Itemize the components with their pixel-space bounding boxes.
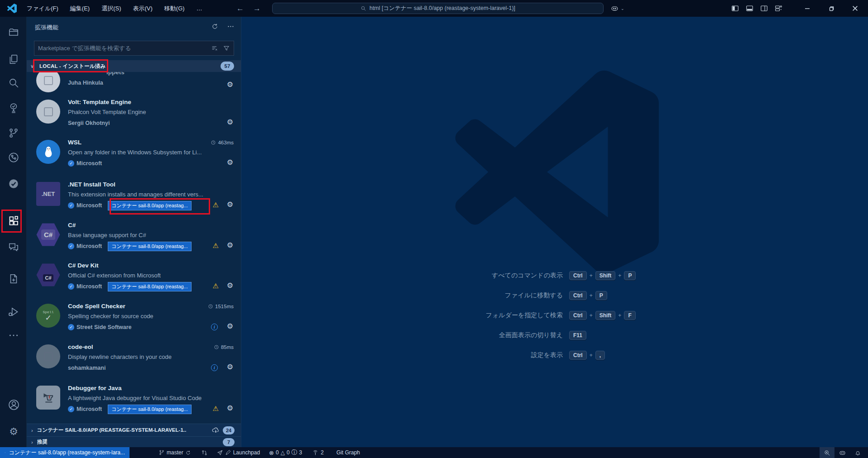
settings-gear-icon[interactable]: ⚙ <box>7 425 20 439</box>
launchpad-status[interactable]: Launchpad <box>217 449 260 456</box>
welcome-shortcuts: すべてのコマンドの表示Ctrl+Shift+Pファイルに移動するCtrl+Pフォ… <box>395 266 739 365</box>
toggle-secondary-sidebar-icon[interactable] <box>760 4 768 13</box>
history-clock-icon <box>208 304 213 309</box>
extension-item[interactable]: C#C# Dev KitOfficial C# extension from M… <box>27 259 241 300</box>
sync-icon[interactable] <box>185 450 191 456</box>
git-branch-status[interactable]: master <box>158 449 191 456</box>
section-header-local-installed[interactable]: ∨ LOCAL - インストール済み 57 <box>27 60 241 72</box>
ports-status[interactable]: 2 <box>312 449 324 456</box>
compare-changes-status[interactable] <box>201 449 208 456</box>
menu-item-5[interactable]: … <box>191 0 208 17</box>
extension-avatar: C# <box>36 263 60 287</box>
toggle-sidebar-icon[interactable] <box>731 4 739 13</box>
extensions-icon[interactable] <box>7 214 20 228</box>
info-icon[interactable]: i <box>211 364 218 371</box>
close-button[interactable] <box>843 0 867 17</box>
activation-time: 85ms <box>214 344 234 350</box>
info-icon[interactable]: i <box>211 324 218 330</box>
account-icon[interactable] <box>7 398 20 411</box>
container-badge[interactable]: コンテナー sail-8.0/app (reastag... <box>108 201 192 210</box>
zoom-in-status[interactable] <box>820 447 834 458</box>
remote-indicator[interactable]: コンテナー sail-8.0/app (reastage-system-lara… <box>0 447 129 458</box>
extension-name: Code Spell Checker <box>68 303 125 310</box>
warning-icon[interactable]: ⚠ <box>213 242 219 249</box>
manage-gear-icon[interactable]: ⚙ <box>227 159 233 166</box>
extension-item[interactable]: code-eol85msDisplay newline characters i… <box>27 341 241 381</box>
extension-item[interactable]: WSL463msOpen any folder in the Windows S… <box>27 136 241 177</box>
checks-icon[interactable] <box>7 177 20 191</box>
extension-description: Base language support for C# <box>68 232 146 239</box>
cloud-download-icon <box>211 426 220 436</box>
chevron-down-icon[interactable]: ⌄ <box>621 6 624 11</box>
new-file-icon[interactable] <box>7 272 20 286</box>
menu-item-1[interactable]: 編集(E) <box>64 0 96 17</box>
notifications-bell[interactable] <box>850 447 865 458</box>
extension-publisher: Street Side Software <box>77 324 132 330</box>
manage-gear-icon[interactable]: ⚙ <box>227 323 233 330</box>
send-icon <box>217 449 223 456</box>
extension-item[interactable]: Debugger for JavaA lightweight Java debu… <box>27 382 241 422</box>
nav-forward-icon[interactable]: → <box>253 4 261 13</box>
menu-item-2[interactable]: 選択(S) <box>96 0 127 17</box>
extension-description: This extension installs and manages diff… <box>68 191 203 198</box>
extension-publisher: Microsoft <box>77 406 102 412</box>
warning-icon[interactable]: ⚠ <box>213 405 219 412</box>
extension-avatar: Spell✓ <box>36 304 60 328</box>
warning-icon[interactable]: ⚠ <box>213 282 219 289</box>
activity-bar: ⚙ <box>0 17 27 447</box>
copilot-icon <box>839 449 846 457</box>
command-center-search[interactable]: html [コンテナー sail-8.0/app (reastage-syste… <box>272 3 604 14</box>
testing-tree-icon[interactable] <box>7 101 20 115</box>
container-badge[interactable]: コンテナー sail-8.0/app (reastag... <box>108 282 192 291</box>
minimize-button[interactable] <box>795 0 819 17</box>
toggle-panel-icon[interactable] <box>745 4 754 13</box>
git-compare-icon <box>201 449 208 456</box>
manage-gear-icon[interactable]: ⚙ <box>227 363 233 371</box>
extension-item[interactable]: C#C#Base language support for C#✓Microso… <box>27 219 241 259</box>
command-center-text: html [コンテナー sail-8.0/app (reastage-syste… <box>369 5 515 12</box>
vscode-logo <box>7 4 17 13</box>
container-badge[interactable]: コンテナー sail-8.0/app (reastag... <box>108 242 192 251</box>
extension-description: Display newline characters in your code <box>68 353 172 360</box>
verified-publisher-icon: ✓ <box>68 243 74 249</box>
problems-status[interactable]: ⊗ 0 △ 0 ⓘ 3 <box>269 448 302 457</box>
key-cap: Ctrl <box>569 351 587 360</box>
nav-back-icon[interactable]: ← <box>236 4 244 13</box>
menu-item-4[interactable]: 移動(G) <box>158 0 191 17</box>
manage-gear-icon[interactable]: ⚙ <box>227 405 233 412</box>
container-badge[interactable]: コンテナー sail-8.0/app (reastag... <box>108 405 192 414</box>
search-icon[interactable] <box>7 76 20 90</box>
extension-item[interactable]: Spell✓Code Spell Checker1515msSpelling c… <box>27 300 241 340</box>
section-header-container[interactable]: › コンテナー SAIL-8.0/APP (REASTAGE-SYSTEM-LA… <box>27 424 241 436</box>
editor-welcome-area: すべてのコマンドの表示Ctrl+Shift+Pファイルに移動するCtrl+Pフォ… <box>241 17 868 447</box>
manage-gear-icon[interactable]: ⚙ <box>227 282 233 289</box>
open-editors-icon[interactable] <box>7 52 20 66</box>
extension-item[interactable]: Volt: Template EnginePhalcon Volt Templa… <box>27 96 241 136</box>
broadcast-icon <box>312 449 319 456</box>
source-control-icon[interactable] <box>7 126 20 140</box>
verified-publisher-icon: ✓ <box>68 406 74 412</box>
warning-icon: △ <box>281 449 285 456</box>
copilot-status[interactable] <box>834 447 850 458</box>
copilot-icon[interactable] <box>610 4 619 13</box>
extension-description: Spelling checker for source code <box>68 313 153 320</box>
maximize-button[interactable] <box>819 0 843 17</box>
manage-gear-icon[interactable]: ⚙ <box>227 201 233 208</box>
debug-alt-icon[interactable] <box>7 305 20 319</box>
explorer-icon[interactable] <box>7 25 20 39</box>
more-actions-icon[interactable] <box>7 329 20 342</box>
warning-icon[interactable]: ⚠ <box>213 201 219 208</box>
manage-gear-icon[interactable]: ⚙ <box>227 242 233 249</box>
extension-item[interactable]: .NET.NET Install ToolThis extension inst… <box>27 178 241 219</box>
menu-item-0[interactable]: ファイル(F) <box>21 0 64 17</box>
run-circle-icon[interactable] <box>7 151 20 164</box>
manage-gear-icon[interactable]: ⚙ <box>227 80 233 89</box>
shortcut-row: フォルダーを指定して検索Ctrl+Shift+F <box>395 305 739 325</box>
manage-gear-icon[interactable]: ⚙ <box>227 119 233 126</box>
git-graph-status[interactable]: Git Graph <box>336 449 360 456</box>
comments-icon[interactable] <box>7 240 20 254</box>
section-header-recommended[interactable]: › 推奨 7 <box>27 436 241 447</box>
menu-item-3[interactable]: 表示(V) <box>127 0 158 17</box>
titlebar: ファイル(F)編集(E)選択(S)表示(V)移動(G)… ← → html [コ… <box>0 0 868 17</box>
customize-layout-icon[interactable] <box>774 4 783 13</box>
